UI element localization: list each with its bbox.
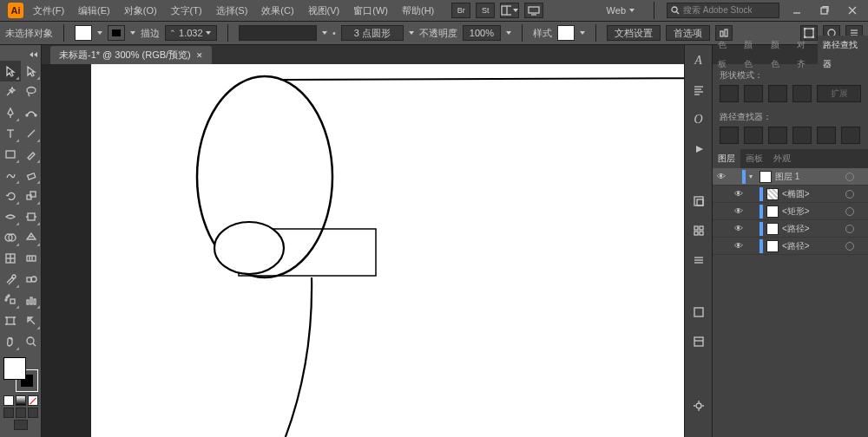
menu-item[interactable]: 窗口(W) bbox=[346, 0, 395, 21]
target-icon[interactable] bbox=[845, 225, 854, 233]
layer-object-row[interactable]: 👁<矩形> bbox=[713, 203, 868, 220]
arrange-docs-icon[interactable] bbox=[500, 3, 519, 18]
document-setup-button[interactable]: 文档设置 bbox=[607, 25, 661, 41]
stroke-weight-input[interactable]: ⌃ 1.032 bbox=[165, 25, 217, 41]
menu-item[interactable]: 编辑(E) bbox=[71, 0, 117, 21]
layer-object-row[interactable]: 👁<路径> bbox=[713, 220, 868, 238]
visibility-toggle-icon[interactable]: 👁 bbox=[733, 241, 744, 251]
fill-stroke-indicator[interactable] bbox=[3, 357, 38, 392]
shaper-tool[interactable] bbox=[0, 165, 21, 186]
minus-front-button[interactable] bbox=[744, 85, 763, 102]
window-minimize-icon[interactable] bbox=[786, 0, 807, 21]
exclude-button[interactable] bbox=[792, 85, 812, 102]
search-input[interactable]: 搜索 Adobe Stock bbox=[667, 3, 779, 18]
visibility-toggle-icon[interactable]: 👁 bbox=[733, 189, 744, 199]
crop-button[interactable] bbox=[792, 127, 812, 144]
zoom-tool[interactable] bbox=[21, 331, 42, 352]
opacity-input[interactable]: 100% bbox=[463, 25, 501, 41]
blend-tool[interactable] bbox=[21, 269, 42, 290]
width-tool[interactable] bbox=[0, 206, 21, 227]
rotate-tool[interactable] bbox=[0, 186, 21, 206]
artboard-tool[interactable] bbox=[0, 310, 21, 331]
rectangle-tool[interactable] bbox=[0, 144, 21, 165]
character-panel-icon[interactable]: A bbox=[690, 52, 707, 69]
window-restore-icon[interactable] bbox=[814, 0, 835, 21]
layer-object-row[interactable]: 👁<椭圆> bbox=[713, 186, 868, 203]
mesh-tool[interactable] bbox=[0, 248, 21, 269]
menu-item[interactable]: 对象(O) bbox=[117, 0, 164, 21]
settings-icon[interactable] bbox=[690, 397, 707, 414]
column-graph-tool[interactable] bbox=[21, 290, 42, 310]
direct-selection-tool[interactable] bbox=[21, 61, 42, 82]
color-mode-gradient[interactable] bbox=[16, 395, 26, 406]
menu-item[interactable]: 文件(F) bbox=[26, 0, 71, 21]
panel-tab[interactable]: 外观 bbox=[768, 149, 796, 168]
visibility-toggle-icon[interactable]: 👁 bbox=[733, 224, 744, 233]
divide-button[interactable] bbox=[720, 127, 739, 144]
layer-object-row[interactable]: 👁<路径> bbox=[713, 238, 868, 255]
menu-item[interactable]: 选择(S) bbox=[209, 0, 255, 21]
free-transform-tool[interactable] bbox=[21, 206, 42, 227]
align-icon[interactable] bbox=[690, 222, 707, 239]
screen-mode-button[interactable] bbox=[14, 420, 28, 430]
curvature-tool[interactable] bbox=[21, 102, 42, 123]
bridge-button[interactable]: Br bbox=[451, 3, 470, 18]
magic-wand-tool[interactable] bbox=[0, 82, 21, 102]
panel-tab[interactable]: 画板 bbox=[740, 149, 768, 168]
play-panel-icon[interactable] bbox=[690, 140, 707, 158]
expand-button[interactable]: 扩展 bbox=[817, 85, 861, 102]
intersect-button[interactable] bbox=[768, 85, 787, 102]
target-icon[interactable] bbox=[845, 242, 854, 251]
selection-tool[interactable] bbox=[0, 61, 21, 82]
eyedropper-tool[interactable] bbox=[0, 269, 21, 290]
expand-toggle-icon[interactable]: ▾ bbox=[749, 173, 756, 180]
window-close-icon[interactable] bbox=[842, 0, 863, 21]
workspace-switcher[interactable]: Web bbox=[600, 5, 641, 16]
preferences-button[interactable]: 首选项 bbox=[666, 25, 710, 41]
target-icon[interactable] bbox=[845, 207, 854, 216]
opentype-panel-icon[interactable]: O bbox=[690, 111, 707, 128]
color-mode-none[interactable] bbox=[28, 395, 38, 406]
shape-builder-tool[interactable] bbox=[0, 227, 21, 248]
stroke-swatch[interactable] bbox=[108, 25, 125, 41]
draw-inside[interactable] bbox=[28, 408, 38, 418]
symbol-sprayer-tool[interactable] bbox=[0, 290, 21, 310]
fill-swatch[interactable] bbox=[75, 25, 92, 41]
menu-item[interactable]: 帮助(H) bbox=[395, 0, 441, 21]
brush-definition[interactable] bbox=[239, 25, 317, 41]
trim-button[interactable] bbox=[744, 127, 763, 144]
pen-tool[interactable] bbox=[0, 102, 21, 123]
toolbox-collapse-icon[interactable] bbox=[30, 52, 33, 57]
merge-button[interactable] bbox=[768, 127, 787, 144]
line-segment-tool[interactable] bbox=[21, 123, 42, 144]
visibility-toggle-icon[interactable]: 👁 bbox=[716, 172, 727, 181]
layer-row[interactable]: 👁▾图层 1 bbox=[713, 168, 868, 186]
menu-item[interactable]: 视图(V) bbox=[301, 0, 347, 21]
variable-width-profile[interactable]: 3 点圆形 bbox=[341, 25, 404, 41]
bridge-button[interactable]: St bbox=[476, 3, 495, 18]
transform-icon[interactable] bbox=[690, 192, 707, 210]
slice-tool[interactable] bbox=[21, 310, 42, 331]
pathfinder-icon[interactable] bbox=[690, 251, 707, 269]
menu-item[interactable]: 文字(T) bbox=[164, 0, 209, 21]
menu-item[interactable]: 效果(C) bbox=[254, 0, 300, 21]
color-mode-color[interactable] bbox=[3, 395, 14, 406]
panel-tab[interactable]: 图层 bbox=[713, 149, 740, 168]
unite-button[interactable] bbox=[720, 85, 739, 102]
eraser-tool[interactable] bbox=[21, 165, 42, 186]
hand-tool[interactable] bbox=[0, 331, 21, 352]
minus-back-button[interactable] bbox=[841, 127, 860, 144]
draw-behind[interactable] bbox=[16, 408, 26, 418]
canvas-area[interactable] bbox=[42, 64, 684, 437]
document-tab[interactable]: 未标题-1* @ 300% (RGB/预览) ✕ bbox=[50, 46, 212, 64]
draw-normal[interactable] bbox=[3, 408, 14, 418]
perspective-grid-tool[interactable] bbox=[21, 227, 42, 248]
close-tab-icon[interactable]: ✕ bbox=[196, 51, 203, 60]
css-properties-icon[interactable] bbox=[690, 333, 707, 350]
visibility-toggle-icon[interactable]: 👁 bbox=[733, 206, 744, 216]
scale-tool[interactable] bbox=[21, 186, 42, 206]
target-icon[interactable] bbox=[845, 173, 854, 181]
paragraph-panel-icon[interactable] bbox=[690, 82, 707, 99]
gpu-preview-icon[interactable] bbox=[524, 3, 543, 18]
graphic-style-swatch[interactable] bbox=[557, 25, 575, 41]
